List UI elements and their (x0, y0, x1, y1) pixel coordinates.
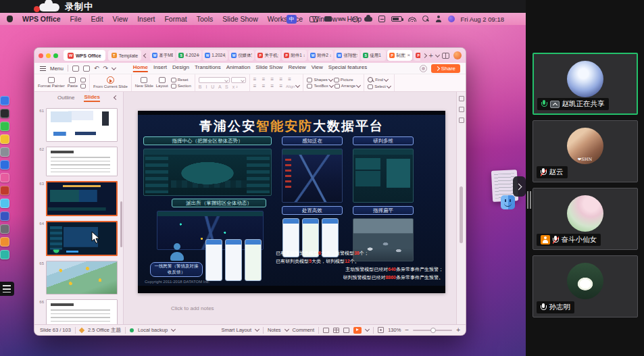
redo-icon[interactable]: ↷ (103, 66, 109, 72)
hamburger-icon[interactable] (40, 66, 46, 71)
font-style-icons[interactable]: B I U A S x² (199, 84, 246, 89)
slide-thumbnail[interactable]: 66 (36, 299, 118, 326)
ribbon-tab[interactable]: Design (172, 64, 189, 72)
clock-icon[interactable] (352, 16, 358, 22)
slideshow-button[interactable] (353, 327, 362, 334)
ribbon-tab[interactable]: Transitions (195, 64, 221, 72)
notes-button[interactable]: Notes (268, 327, 281, 333)
account-avatar[interactable] (453, 51, 462, 59)
ribbon-tab[interactable]: Animation (226, 64, 251, 72)
reading-view-icon[interactable] (343, 328, 349, 333)
input-source-icon[interactable] (378, 16, 385, 22)
alignment-icons[interactable]: ≡ ≡ ≡ ≡ (253, 84, 284, 89)
sidebar-drag-handle[interactable] (527, 191, 531, 209)
slide[interactable]: 青浦公安智能安防大数据平台 指挥中心（把握全区整体态势） 感知泛在 研判多维 派… (138, 111, 445, 293)
slideshow-dropdown-icon[interactable] (365, 327, 370, 332)
arrange-label[interactable]: Arrange (341, 84, 355, 88)
slide-sorter-view-icon[interactable] (333, 328, 339, 333)
canvas-scrollbar[interactable] (460, 186, 463, 243)
section-button[interactable]: Section (171, 84, 191, 88)
notes-dropdown-icon[interactable] (284, 327, 289, 332)
close-icon[interactable]: × (407, 53, 410, 58)
document-tab[interactable]: W 基于MB1 (150, 50, 175, 61)
cloud-sync-icon[interactable] (364, 17, 372, 22)
participant-tile[interactable]: ❤SHN 赵云 (532, 120, 638, 182)
apple-icon[interactable] (7, 16, 13, 22)
finder-icon[interactable] (501, 195, 515, 209)
document-tab[interactable]: P 附件1：国 (282, 50, 307, 61)
minimize-window-button[interactable] (46, 53, 51, 58)
document-tab[interactable]: W 1.2024届 (203, 50, 228, 61)
panel-scrollbar[interactable] (120, 201, 122, 247)
backup-label[interactable]: Local backup (138, 327, 168, 333)
format-painter-button[interactable]: Format Painter (38, 77, 65, 88)
dock-app-icon[interactable] (0, 122, 9, 131)
slide-thumbnail[interactable]: 64 (36, 221, 118, 256)
fit-slide-icon[interactable] (378, 327, 384, 333)
font-size-select[interactable] (231, 77, 246, 83)
slide-thumbnail-image[interactable] (46, 147, 118, 176)
dock-app-icon[interactable] (0, 173, 9, 182)
zoom-window-button[interactable] (53, 53, 58, 58)
dock-app-icon[interactable] (0, 147, 9, 157)
slides-tab[interactable]: Slides (84, 94, 100, 102)
notes-placeholder[interactable]: Click to add notes (171, 305, 214, 311)
cut-icon[interactable] (80, 78, 86, 82)
theme-label[interactable]: 2.5 Office 主题 (88, 327, 121, 334)
menu-button[interactable]: Menu (50, 66, 64, 72)
document-tab[interactable]: S 使用1 (361, 50, 386, 61)
slide-thumbnail[interactable]: 62 (36, 147, 118, 176)
dock-app-icon[interactable] (0, 211, 9, 221)
dock-app-icon[interactable] (0, 109, 9, 118)
backup-dropdown-icon[interactable] (171, 327, 176, 332)
slide-thumbnail[interactable]: 65 (36, 261, 118, 295)
input-method-icon[interactable]: 中 (287, 15, 297, 24)
list-indent-icons[interactable]: ≡ ≡ ≡ ≡ ≡ (253, 77, 300, 82)
new-slide-button[interactable]: New Slide (135, 77, 153, 88)
ribbon-tab[interactable]: Slide Show (255, 64, 282, 72)
document-tab[interactable]: P 大数据平 (414, 50, 420, 61)
menubar-item[interactable]: Slide Show (222, 15, 258, 23)
menubar-item[interactable]: File (70, 15, 82, 23)
wifi-icon[interactable] (408, 17, 416, 22)
ribbon-tab[interactable]: Home (133, 64, 148, 72)
template-tab[interactable]: T Template (108, 50, 141, 61)
menubar-item[interactable]: Edit (91, 15, 103, 23)
scroll-tabs-right-icon[interactable] (422, 53, 427, 57)
dock-app-icon[interactable] (0, 237, 9, 247)
dock-app-icon[interactable] (0, 96, 9, 105)
align-label[interactable]: Align (286, 84, 295, 88)
zoom-out-button[interactable]: − (405, 327, 409, 334)
menubar-app-name[interactable]: WPS Office (22, 15, 61, 23)
outline-tab[interactable]: Outline (57, 95, 74, 101)
quick-toolbar-dropdown-icon[interactable] (112, 65, 116, 70)
wps-home-tab[interactable]: W WPS Office (64, 50, 105, 61)
search-icon[interactable] (422, 16, 429, 22)
participant-tile[interactable]: 奋斗小仙女 (532, 188, 638, 250)
shapes-button[interactable]: Shapes Picture (307, 78, 360, 82)
slide-thumbnail-image[interactable] (46, 108, 118, 142)
document-tab[interactable]: W 附件2：2 (308, 50, 333, 61)
properties-panel-icon[interactable] (459, 96, 464, 101)
document-tab[interactable]: W 张翔世华 (335, 50, 360, 61)
ribbon-tab[interactable]: Insert (153, 64, 167, 72)
slide-thumbnail-image[interactable] (46, 261, 118, 295)
slide-thumbnail-image[interactable] (46, 299, 118, 326)
find-button[interactable]: Find (368, 77, 391, 83)
textbox-label[interactable]: TextBox (314, 84, 328, 88)
smart-layout-button[interactable]: Smart Layout (221, 327, 251, 333)
document-tab[interactable]: S 4.2024年 (176, 50, 201, 61)
network-label-icon[interactable]: WN (338, 17, 346, 22)
tab-list-dropdown-icon[interactable] (435, 52, 440, 57)
participant-tile[interactable]: 赵凯正在共享 (532, 53, 638, 115)
dock-app-icon[interactable] (0, 224, 9, 234)
zoom-slider-knob[interactable] (430, 328, 436, 333)
close-window-button[interactable] (39, 53, 43, 58)
display-icon[interactable] (309, 16, 318, 22)
document-tab[interactable]: P 关于机关 (255, 50, 280, 61)
zoom-in-button[interactable]: + (456, 327, 460, 334)
menubar-item[interactable]: Format (164, 15, 187, 23)
save-icon[interactable] (72, 66, 79, 72)
slide-thumbnail-image[interactable] (46, 221, 118, 256)
comment-button[interactable]: Comment (293, 327, 315, 333)
